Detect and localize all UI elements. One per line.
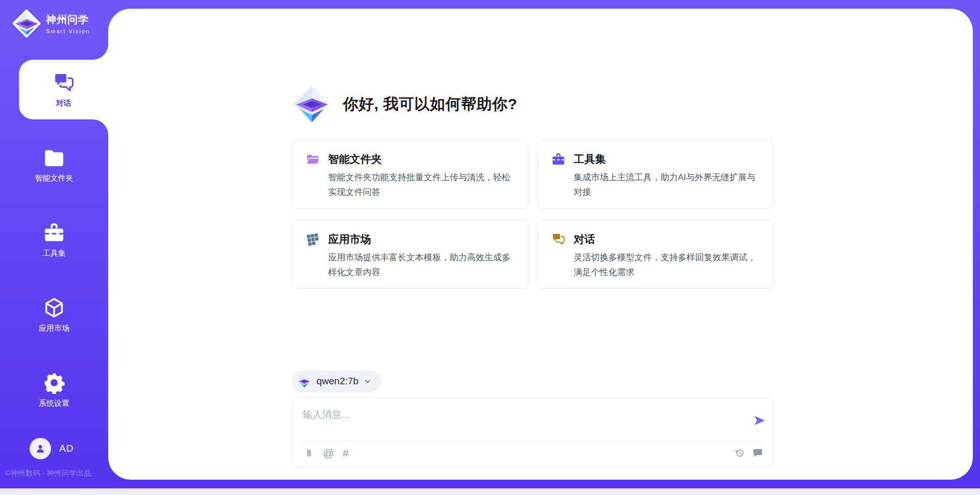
greeting-text: 你好, 我可以如何帮助你? <box>343 94 518 115</box>
feature-cards: 智能文件夹 智能文件夹功能支持批量文件上传与清洗，轻松实现文件问答 工具集 集成… <box>292 139 774 289</box>
card-chat[interactable]: 对话 灵活切换多模型文件，支持多样回复效果调试，满足个性化需求 <box>537 219 774 289</box>
sidebar: 神州问学 Smart Vision 对话 智能文件夹 工具集 应用市场 系统设置 <box>0 0 108 488</box>
sidebar-item-settings[interactable]: 系统设置 <box>0 360 108 419</box>
chat-bubble-icon <box>752 448 763 458</box>
chevron-down-icon <box>363 377 372 386</box>
paperclip-icon <box>304 448 314 458</box>
send-button[interactable] <box>753 414 766 427</box>
sidebar-item-smart-folder[interactable]: 智能文件夹 <box>0 135 108 194</box>
hash-icon: # <box>342 448 349 458</box>
card-title: 智能文件夹 <box>328 152 382 166</box>
folder-icon <box>43 146 65 169</box>
sidebar-item-label: 系统设置 <box>39 399 69 408</box>
message-input-placeholder: 输入消息... <box>303 408 350 422</box>
gear-icon <box>43 372 65 394</box>
sidebar-nav: 对话 智能文件夹 工具集 应用市场 系统设置 <box>0 60 108 419</box>
model-selector[interactable]: qwen2:7b <box>292 370 381 392</box>
grid-icon <box>306 232 320 246</box>
chat-icon <box>551 232 566 246</box>
at-icon: @ <box>323 448 334 458</box>
user-name: AD <box>59 443 74 454</box>
composer: 输入消息... @ # <box>292 398 774 467</box>
sidebar-item-label: 智能文件夹 <box>35 174 74 183</box>
briefcase-icon <box>43 221 65 244</box>
avatar[interactable] <box>30 438 51 459</box>
diamond-logo-icon <box>12 9 41 38</box>
briefcase-icon <box>551 152 566 166</box>
card-toolset[interactable]: 工具集 集成市场上主流工具，助力AI与外界无缝扩展与对接 <box>537 139 774 209</box>
sidebar-item-toolset[interactable]: 工具集 <box>0 210 108 269</box>
person-icon <box>34 442 46 455</box>
greeting: 你好, 我可以如何帮助你? <box>292 84 774 124</box>
mention-button[interactable]: @ <box>323 448 334 458</box>
main-panel: 你好, 我可以如何帮助你? 智能文件夹 智能文件夹功能支持批量文件上传与清洗，轻… <box>108 9 973 480</box>
card-description: 灵活切换多模型文件，支持多样回复效果调试，满足个性化需求 <box>574 251 760 280</box>
card-title: 对话 <box>574 232 595 246</box>
user-row[interactable]: AD <box>0 435 108 459</box>
card-title: 应用市场 <box>328 232 371 246</box>
model-name: qwen2:7b <box>316 376 358 387</box>
diamond-logo-icon <box>297 374 311 388</box>
card-description: 应用市场提供丰富长文本模板，助力高效生成多样化文章内容 <box>328 251 514 280</box>
attach-button[interactable] <box>304 448 314 458</box>
card-app-market[interactable]: 应用市场 应用市场提供丰富长文本模板，助力高效生成多样化文章内容 <box>292 219 528 289</box>
card-smart-folder[interactable]: 智能文件夹 智能文件夹功能支持批量文件上传与清洗，轻松实现文件问答 <box>292 139 528 209</box>
chat-icon <box>53 71 75 94</box>
sidebar-item-label: 应用市场 <box>39 324 69 333</box>
send-icon <box>753 414 766 427</box>
sidebar-item-app-market[interactable]: 应用市场 <box>0 285 108 344</box>
card-description: 集成市场上主流工具，助力AI与外界无缝扩展与对接 <box>574 170 760 200</box>
hashtag-button[interactable]: # <box>342 448 349 458</box>
composer-divider <box>302 441 764 441</box>
diamond-logo-icon <box>292 84 332 124</box>
card-title: 工具集 <box>574 152 606 166</box>
app-logo[interactable]: 神州问学 Smart Vision <box>12 9 108 38</box>
sidebar-item-label: 对话 <box>56 98 71 108</box>
history-button[interactable] <box>734 448 745 458</box>
bottom-strip <box>0 488 980 495</box>
app-title: 神州问学 <box>46 13 90 27</box>
card-description: 智能文件夹功能支持批量文件上传与清洗，轻松实现文件问答 <box>328 170 514 200</box>
history-icon <box>734 448 745 458</box>
folder-open-icon <box>306 152 320 166</box>
conversation-button[interactable] <box>752 448 763 458</box>
app-subtitle: Smart Vision <box>46 28 90 34</box>
cube-icon <box>43 296 65 319</box>
sidebar-item-label: 工具集 <box>43 249 66 258</box>
sidebar-item-chat[interactable]: 对话 <box>19 60 108 119</box>
composer-toolbar: @ # <box>304 448 763 458</box>
copyright: ©神州数码 · 神州问学出品 <box>5 468 108 478</box>
